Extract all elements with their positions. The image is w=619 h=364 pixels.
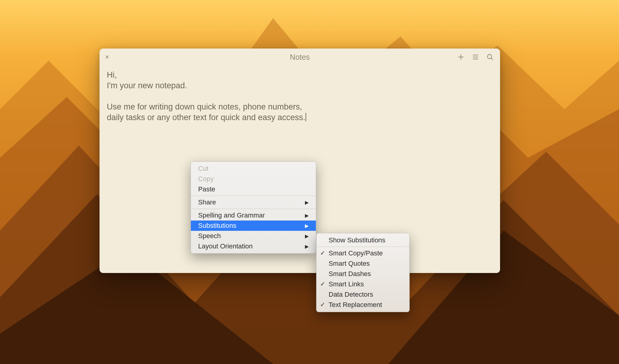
note-text-line: Use me for writing down quick notes, pho…	[107, 102, 302, 111]
menu-paste[interactable]: Paste	[191, 184, 316, 194]
close-button[interactable]: ×	[105, 53, 109, 61]
menu-label: Substitutions	[198, 222, 236, 230]
submenu-label: Smart Dashes	[329, 270, 371, 278]
submenu-label: Smart Quotes	[329, 260, 370, 267]
menu-label: Cut	[198, 165, 208, 173]
submenu-label: Smart Links	[329, 280, 364, 288]
menu-label: Spelling and Grammar	[198, 211, 265, 219]
menu-label: Layout Orientation	[198, 242, 253, 250]
submenu-smart-copy-paste[interactable]: ✓Smart Copy/Paste	[316, 248, 409, 258]
list-button[interactable]	[471, 52, 480, 62]
note-text-line: Hi,	[107, 70, 117, 79]
menu-share[interactable]: Share▶	[191, 197, 316, 207]
submenu-label: Smart Copy/Paste	[329, 249, 383, 257]
submenu-show-substitutions[interactable]: Show Substitutions	[316, 235, 409, 245]
submenu-label: Show Substitutions	[329, 236, 385, 244]
submenu-data-detectors[interactable]: Data Detectors	[316, 289, 409, 300]
menu-label: Paste	[198, 185, 215, 193]
chevron-right-icon: ▶	[305, 223, 309, 229]
note-editor[interactable]: Hi, I'm your new notepad. Use me for wri…	[100, 66, 500, 127]
search-button[interactable]	[485, 52, 495, 62]
menu-substitutions[interactable]: Substitutions▶	[191, 221, 316, 231]
window-title: Notes	[100, 53, 500, 62]
menu-spelling-grammar[interactable]: Spelling and Grammar▶	[191, 210, 316, 221]
menu-separator	[191, 196, 316, 196]
menu-cut: Cut	[191, 163, 316, 174]
submenu-smart-quotes[interactable]: Smart Quotes	[316, 258, 409, 269]
check-icon: ✓	[320, 249, 325, 257]
menu-label: Speech	[198, 232, 221, 240]
note-text-line: daily tasks or any other text for quick …	[107, 113, 305, 122]
menu-label: Copy	[198, 175, 214, 183]
menu-separator	[191, 209, 316, 209]
submenu-smart-dashes[interactable]: Smart Dashes	[316, 269, 409, 279]
toolbar	[456, 52, 495, 62]
menu-separator	[316, 247, 409, 247]
note-text-line: I'm your new notepad.	[107, 81, 187, 90]
submenu-label: Data Detectors	[329, 291, 373, 298]
text-cursor	[306, 113, 306, 121]
submenu-text-replacement[interactable]: ✓Text Replacement	[316, 300, 409, 310]
chevron-right-icon: ▶	[305, 213, 309, 218]
menu-label: Share	[198, 198, 216, 206]
svg-line-6	[491, 58, 492, 59]
chevron-right-icon: ▶	[305, 200, 309, 205]
new-note-button[interactable]	[456, 52, 465, 62]
menu-speech[interactable]: Speech▶	[191, 231, 316, 241]
menu-layout-orientation[interactable]: Layout Orientation▶	[191, 241, 316, 251]
chevron-right-icon: ▶	[305, 244, 309, 249]
submenu-label: Text Replacement	[329, 301, 382, 308]
svg-point-5	[487, 54, 492, 59]
check-icon: ✓	[320, 301, 325, 308]
menu-copy: Copy	[191, 174, 316, 184]
check-icon: ✓	[320, 280, 325, 288]
titlebar: × Notes	[100, 49, 500, 66]
context-menu: Cut Copy Paste Share▶ Spelling and Gramm…	[191, 161, 316, 254]
substitutions-submenu: Show Substitutions ✓Smart Copy/Paste Sma…	[316, 233, 410, 312]
chevron-right-icon: ▶	[305, 233, 309, 239]
submenu-smart-links[interactable]: ✓Smart Links	[316, 279, 409, 289]
